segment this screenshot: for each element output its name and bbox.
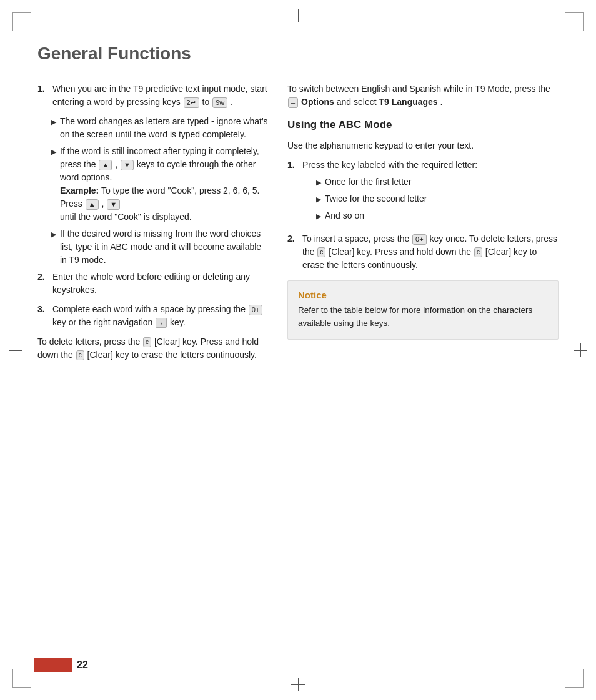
bullet2-comma: , [115,159,117,169]
options-text: Options [301,97,334,107]
bullet-2: ▶ If the word is still incorrect after t… [51,145,269,224]
corner-mark-bl [12,669,31,688]
delete-text3: [Clear] key to erase the letters continu… [87,350,257,360]
abc-item2-text-mid2: [Clear] key. Press and hold down the [329,247,471,257]
delete-para: To delete letters, press the c [Clear] k… [37,335,269,362]
abc-item2-text-start: To insert a space, press the [302,234,409,244]
notice-body: Refer to the table below for more inform… [298,304,548,330]
crosshair-left [9,343,22,357]
key-down-2: ▼ [107,199,120,210]
abc-mode-heading: Using the ABC Mode [287,119,559,134]
nav-icon: › [156,318,167,328]
key-options: – [288,97,298,108]
corner-mark-br [565,669,584,688]
bullet-arrow-3: ▶ [51,229,56,240]
abc-bullet3-text: And so on [325,209,364,222]
page-number-area: 22 [34,658,88,672]
two-column-layout: 1. When you are in the T9 predictive tex… [37,82,559,368]
abc-item2-number: 2. [287,232,300,272]
left-item-1: 1. When you are in the T9 predictive tex… [37,82,269,109]
crosshair-right [574,343,587,357]
bullet3-text: If the desired word is missing from the … [60,227,269,267]
key-9: 9w [212,97,227,108]
corner-mark-tl [12,12,31,31]
example-end: until the word "Cook" is displayed. [60,212,192,222]
key-down: ▼ [121,160,134,170]
abc-bullet-arrow-1: ▶ [316,177,321,188]
item3-content: Complete each word with a space by press… [52,303,269,329]
key-clear-right: c [317,247,325,257]
delete-text1: To delete letters, press the [37,337,140,347]
bullet-list: ▶ The word changes as letters are typed … [51,115,269,267]
item2-number: 2. [37,270,50,297]
key-up: ▲ [99,160,112,170]
key-0-space: 0+ [249,305,263,315]
example-comma2: , [101,199,104,209]
t9-lang-text: T9 Languages [379,97,438,107]
bullet-3: ▶ If the desired word is missing from th… [51,227,269,267]
item1-number: 1. [37,82,50,109]
abc-bullet-2: ▶ Twice for the second letter [316,192,559,205]
key-clear-right2: c [474,247,482,257]
example-label: Example: [60,185,99,195]
abc-intro-para: Use the alphanumeric keypad to enter you… [287,139,559,152]
key-clear-left2: c [76,350,84,360]
item3-text3: key. [170,317,186,327]
item1-period: . [231,97,233,107]
abc-item1-content: Press the key labeled with the required … [302,159,559,226]
bullet-1: ▶ The word changes as letters are typed … [51,115,269,141]
item1-to: to [202,97,210,107]
abc-bullet-1: ▶ Once for the first letter [316,175,559,189]
key-up-2: ▲ [86,199,99,210]
page-title: General Functions [37,44,559,64]
left-item-3: 3. Complete each word with a space by pr… [37,303,269,329]
abc-bullet-list: ▶ Once for the first letter ▶ Twice for … [316,175,559,222]
bullet-arrow-2: ▶ [51,147,56,157]
abc-item1-number: 1. [287,159,300,226]
abc-bullet-arrow-3: ▶ [316,211,321,222]
item2-text: Enter the whole word before editing or d… [52,272,250,295]
key-clear-left: c [143,337,151,347]
abc-item2-content: To insert a space, press the 0+ key once… [302,232,559,272]
key-0-right: 0+ [412,234,427,245]
item3-text2: key or the right navigation [52,317,152,327]
page-red-bar [34,658,72,672]
notice-box: Notice Refer to the table below for more… [287,280,559,340]
page-number: 22 [77,659,88,671]
abc-bullet-arrow-2: ▶ [316,194,321,205]
bullet2-content: If the word is still incorrect after typ… [60,145,269,224]
abc-bullet1-text: Once for the first letter [325,175,412,189]
abc-item1-text: Press the key labeled with the required … [302,160,477,170]
right-column: To switch between English and Spanish wh… [287,82,559,368]
item2-content: Enter the whole word before editing or d… [52,270,269,297]
item3-number: 3. [37,303,50,329]
bullet-arrow-1: ▶ [51,117,56,127]
switch-para: To switch between English and Spanish wh… [287,82,559,109]
item1-content: When you are in the T9 predictive text i… [52,82,269,109]
item3-text: Complete each word with a space by press… [52,304,246,314]
and-select-text: and select [337,97,377,107]
crosshair-bottom [291,678,305,691]
switch-text1: To switch between English and Spanish wh… [287,84,550,94]
abc-item-2: 2. To insert a space, press the 0+ key o… [287,232,559,272]
abc-bullet-3: ▶ And so on [316,209,559,222]
corner-mark-tr [565,12,584,31]
abc-bullet2-text: Twice for the second letter [325,192,427,205]
bullet1-text: The word changes as letters are typed - … [60,115,269,141]
abc-item-1: 1. Press the key labeled with the requir… [287,159,559,226]
notice-title: Notice [298,290,548,300]
left-item-2: 2. Enter the whole word before editing o… [37,270,269,297]
crosshair-top [291,9,305,22]
key-2: 2↵ [184,97,199,108]
period-text: . [440,97,443,107]
page-container: General Functions 1. When you are in the… [0,0,596,700]
left-column: 1. When you are in the T9 predictive tex… [37,82,269,368]
item1-text: When you are in the T9 predictive text i… [52,84,267,107]
